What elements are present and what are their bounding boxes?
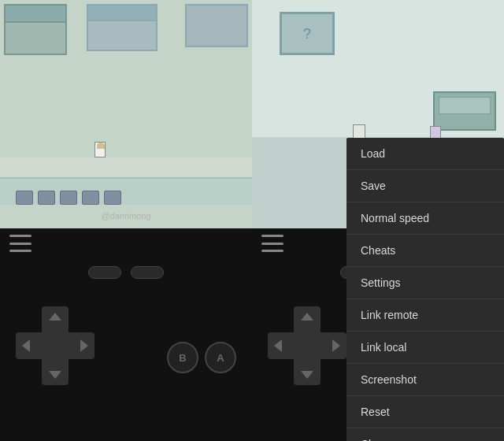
- dpad-right[interactable]: [268, 306, 346, 385]
- hamburger-line: [261, 235, 284, 237]
- gamepad-area-left: B A: [0, 258, 252, 441]
- game-screen-left: @danrimong: [0, 0, 252, 228]
- building-3: [185, 4, 248, 47]
- barrier-item: [38, 191, 55, 205]
- select-button[interactable]: [88, 266, 121, 279]
- hamburger-button-left[interactable]: [9, 235, 32, 252]
- menu-item-reset[interactable]: Reset: [346, 396, 504, 428]
- barrier-item: [104, 191, 121, 205]
- menu-item-normal-speed[interactable]: Normal speed: [346, 202, 504, 235]
- barrier-item: [16, 191, 33, 205]
- b-button-left[interactable]: B: [167, 342, 198, 373]
- hamburger-line: [9, 250, 32, 252]
- dpad-left-icon: [274, 339, 282, 352]
- wall-decoration: [280, 12, 335, 55]
- building-2: [87, 4, 158, 51]
- dropdown-menu: Load Save Normal speed Cheats Settings L…: [346, 138, 504, 441]
- dpad-right-icon: [332, 339, 340, 352]
- select-start-buttons: [88, 266, 164, 279]
- hamburger-line: [261, 243, 284, 245]
- player-character: [94, 142, 106, 158]
- hamburger-line: [261, 250, 284, 252]
- controls-area-left: B A: [0, 228, 252, 441]
- menu-item-link-remote[interactable]: Link remote: [346, 299, 504, 332]
- dpad-up-icon: [301, 313, 313, 321]
- dpad-right-icon: [80, 339, 88, 352]
- hamburger-line: [9, 243, 32, 245]
- menu-item-close[interactable]: Close: [346, 428, 504, 441]
- menu-item-cheats[interactable]: Cheats: [346, 235, 504, 267]
- right-panel: A Load Save Normal speed Cheats Settings…: [252, 0, 504, 441]
- dpad-left-icon: [22, 339, 30, 352]
- barrier-item: [82, 191, 99, 205]
- menu-bar-left: [0, 228, 252, 258]
- ab-buttons-left: B A: [167, 342, 236, 373]
- dpad-left[interactable]: [16, 306, 94, 385]
- barrier-item: [60, 191, 77, 205]
- menu-item-save[interactable]: Save: [346, 170, 504, 202]
- hamburger-button-right[interactable]: [261, 235, 284, 252]
- a-button-left[interactable]: A: [205, 342, 236, 373]
- watermark-left: @danrimong: [101, 211, 150, 220]
- barrier: [16, 191, 121, 205]
- dpad-down-icon: [49, 371, 61, 379]
- menu-item-screenshot[interactable]: Screenshot: [346, 364, 504, 396]
- dpad-up-icon: [49, 313, 61, 321]
- dpad-down-icon: [301, 371, 313, 379]
- start-button[interactable]: [131, 266, 164, 279]
- pixel-scene-left: @danrimong: [0, 0, 252, 228]
- hamburger-line: [9, 235, 32, 237]
- counter: [433, 91, 496, 131]
- menu-item-settings[interactable]: Settings: [346, 267, 504, 299]
- menu-item-link-local[interactable]: Link local: [346, 332, 504, 364]
- left-panel: @danrimong: [0, 0, 252, 441]
- building-1: [4, 4, 67, 55]
- menu-item-load[interactable]: Load: [346, 138, 504, 170]
